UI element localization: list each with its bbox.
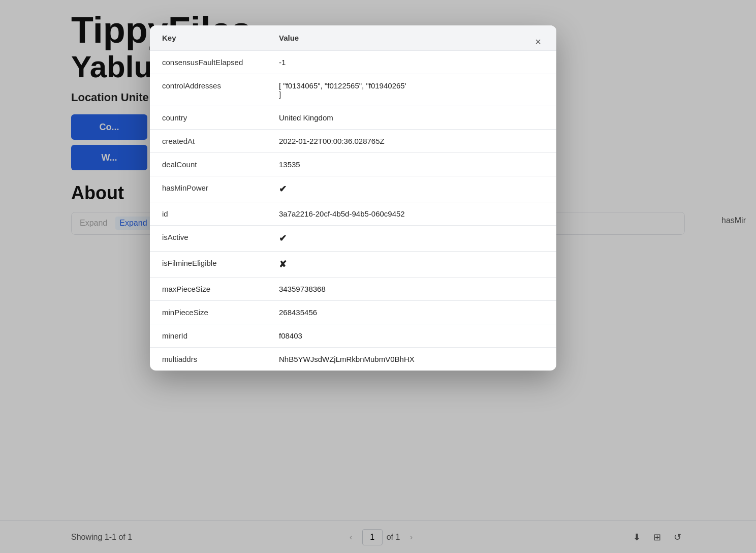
row-key: controlAddresses: [150, 74, 267, 106]
row-key: multiaddrs: [150, 348, 267, 371]
table-row: multiaddrsNhB5YWJsdWZjLmRkbnMubmV0BhHX: [150, 348, 556, 371]
row-value: 3a7a2216-20cf-4b5d-94b5-060c9452: [267, 202, 556, 226]
detail-modal: × Key Value consensusFaultElapsed-1contr…: [150, 25, 556, 371]
row-value: ✔: [267, 176, 556, 202]
row-key: consensusFaultElapsed: [150, 51, 267, 74]
table-row: countryUnited Kingdom: [150, 106, 556, 130]
col-value-header: Value: [267, 25, 556, 51]
row-key: dealCount: [150, 153, 267, 176]
table-row: minerIdf08403: [150, 324, 556, 348]
row-key: createdAt: [150, 130, 267, 153]
table-row: isActive✔: [150, 226, 556, 252]
detail-table: Key Value consensusFaultElapsed-1control…: [150, 25, 556, 371]
row-key: id: [150, 202, 267, 226]
row-value: ✘: [267, 252, 556, 278]
table-row: maxPieceSize34359738368: [150, 278, 556, 301]
row-value: 13535: [267, 153, 556, 176]
row-key: hasMinPower: [150, 176, 267, 202]
modal-close-button[interactable]: ×: [530, 34, 546, 50]
row-value: 268435456: [267, 301, 556, 324]
table-row: id3a7a2216-20cf-4b5d-94b5-060c9452: [150, 202, 556, 226]
row-value: United Kingdom: [267, 106, 556, 130]
table-header-row: Key Value: [150, 25, 556, 51]
table-row: createdAt2022-01-22T00:00:36.028765Z: [150, 130, 556, 153]
row-key: minPieceSize: [150, 301, 267, 324]
row-key: country: [150, 106, 267, 130]
table-row: isFilmineEligible✘: [150, 252, 556, 278]
check-icon: ✔: [279, 233, 287, 243]
table-row: controlAddresses[ "f0134065", "f0122565"…: [150, 74, 556, 106]
table-row: minPieceSize268435456: [150, 301, 556, 324]
check-icon: ✔: [279, 184, 287, 194]
table-row: consensusFaultElapsed-1: [150, 51, 556, 74]
cross-icon: ✘: [279, 259, 287, 269]
row-key: isActive: [150, 226, 267, 252]
row-value: ✔: [267, 226, 556, 252]
table-row: dealCount13535: [150, 153, 556, 176]
row-value: 34359738368: [267, 278, 556, 301]
modal-scroll-area[interactable]: Key Value consensusFaultElapsed-1control…: [150, 25, 556, 371]
row-key: minerId: [150, 324, 267, 348]
row-value: -1: [267, 51, 556, 74]
row-value: 2022-01-22T00:00:36.028765Z: [267, 130, 556, 153]
table-row: hasMinPower✔: [150, 176, 556, 202]
col-key-header: Key: [150, 25, 267, 51]
row-value: [ "f0134065", "f0122565", "f01940265' ]: [267, 74, 556, 106]
row-value: NhB5YWJsdWZjLmRkbnMubmV0BhHX: [267, 348, 556, 371]
row-key: maxPieceSize: [150, 278, 267, 301]
row-key: isFilmineEligible: [150, 252, 267, 278]
row-value: f08403: [267, 324, 556, 348]
